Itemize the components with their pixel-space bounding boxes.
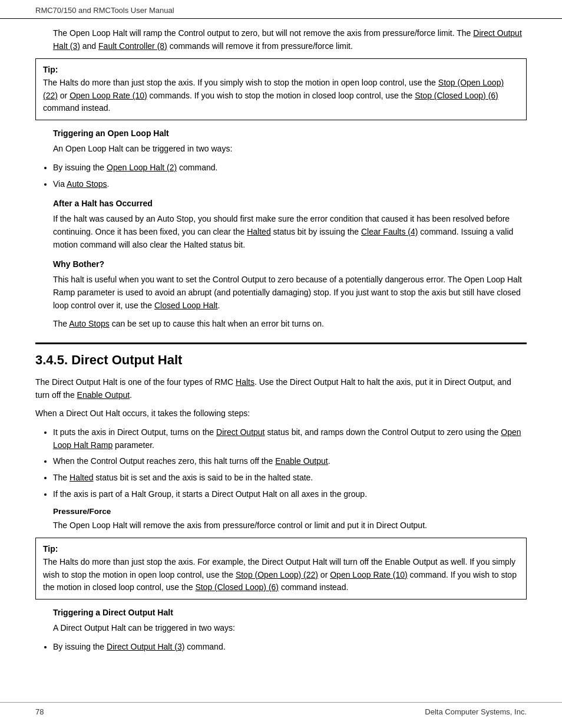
section4-intro: A Direct Output Halt can be triggered in… [35,622,527,635]
halted-link-2: Halted [70,473,93,482]
tip2-text: The Halts do more than just stop the axi… [43,557,517,592]
section4-bullet-1: By issuing the Direct Output Halt (3) co… [53,641,527,654]
direct-bullets: It puts the axis in Direct Output, turns… [53,426,527,500]
closed-loop-halt-link: Closed Loop Halt [154,301,217,310]
section2-text: If the halt was caused by an Auto Stop, … [35,213,527,251]
tip-box-2: Tip: The Halts do more than just stop th… [35,538,527,599]
footer-company: Delta Computer Systems, Inc. [425,707,527,716]
auto-stops-link-1: Auto Stops [67,179,107,189]
open-loop-halt-ramp-link: Open Loop Halt Ramp [53,427,521,450]
open-loop-rate-link-2: Open Loop Rate (10) [330,570,408,579]
halts-link: Halts [236,377,254,387]
halted-link-1: Halted [247,227,270,236]
page: RMC70/150 and RMCTools User Manual The O… [0,0,562,728]
section1-bullets: By issuing the Open Loop Halt (2) comman… [53,162,527,190]
direct-output-link: Direct Output [216,427,265,437]
pressure-text: The Open Loop Halt will remove the axis … [35,519,527,532]
chapter-divider [35,342,527,344]
direct-bullet-4: If the axis is part of a Halt Group, it … [53,488,527,501]
stop-open-loop-link-2: Stop (Open Loop) (22) [236,570,318,579]
chapter-number: 3.4.5. [35,353,68,367]
stop-closed-loop-link-2: Stop (Closed Loop) (6) [195,582,279,592]
pressure-heading: Pressure/Force [35,507,527,516]
intro-paragraph: The Open Loop Halt will ramp the Control… [35,27,527,52]
header-text: RMC70/150 and RMCTools User Manual [35,6,174,15]
open-loop-rate-link: Open Loop Rate (10) [70,91,147,100]
enable-output-link-2: Enable Output [275,456,328,466]
enable-output-link-1: Enable Output [77,390,130,400]
section2-heading: After a Halt has Occurred [35,199,527,208]
tip-box-1: Tip: The Halts do more than just stop th… [35,58,527,120]
direct-bullet-3: The Halted status bit is set and the axi… [53,472,527,485]
footer-page-number: 78 [35,707,44,716]
section4-bullets: By issuing the Direct Output Halt (3) co… [53,641,527,654]
section1-bullet-1: By issuing the Open Loop Halt (2) comman… [53,162,527,174]
section4-heading: Triggering a Direct Output Halt [35,608,527,617]
tip2-label: Tip: [43,544,58,554]
page-header: RMC70/150 and RMCTools User Manual [0,0,562,19]
direct-intro1: The Direct Output Halt is one of the fou… [35,376,527,401]
auto-stops-link-2: Auto Stops [69,319,110,328]
section1-intro: An Open Loop Halt can be triggered in tw… [35,143,527,156]
fault-controller-link: Fault Controller (8) [98,41,167,51]
direct-output-halt-3-link: Direct Output Halt (3) [107,642,184,651]
chapter-title: 3.4.5. Direct Output Halt [35,353,527,368]
section3-para2: The Auto Stops can be set up to cause th… [35,318,527,331]
direct-bullet-1: It puts the axis in Direct Output, turns… [53,426,527,452]
clear-faults-link: Clear Faults (4) [361,227,418,236]
open-loop-halt-2-link: Open Loop Halt (2) [107,163,177,172]
section3-heading: Why Bother? [35,259,527,269]
section3-para1: This halt is useful when you want to set… [35,274,527,312]
tip1-label: Tip: [43,65,58,74]
main-content: The Open Loop Halt will ramp the Control… [0,19,562,653]
section1-heading: Triggering an Open Loop Halt [35,129,527,138]
page-footer: 78 Delta Computer Systems, Inc. [0,702,562,716]
section1-bullet-2: Via Auto Stops. [53,178,527,191]
direct-intro2: When a Direct Out Halt occurs, it takes … [35,407,527,420]
stop-closed-loop-link: Stop (Closed Loop) (6) [415,91,498,100]
tip1-text: The Halts do more than just stop the axi… [43,78,504,113]
chapter-name: Direct Output Halt [71,353,182,367]
direct-bullet-2: When the Control Output reaches zero, th… [53,455,527,468]
